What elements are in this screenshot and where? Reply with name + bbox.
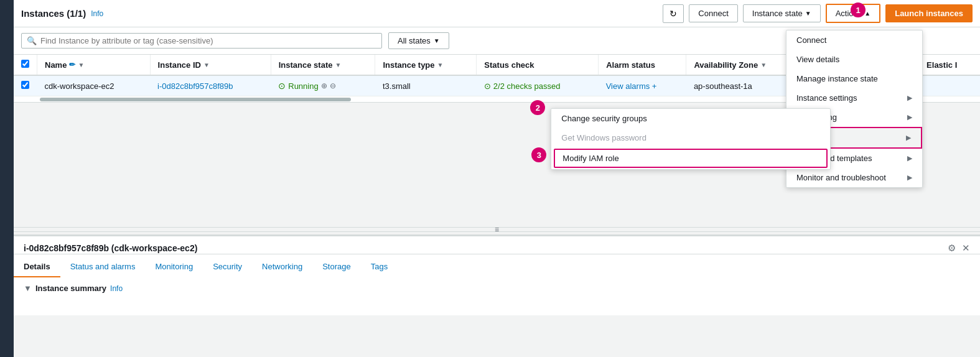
chevron-right-icon: ▶ bbox=[907, 154, 912, 162]
settings-icon[interactable]: ⚙ bbox=[948, 243, 956, 254]
panel-controls: ⚙ ✕ bbox=[948, 243, 970, 254]
tab-security[interactable]: Security bbox=[203, 257, 252, 277]
bottom-panel: i-0d82c8bf957c8f89b (cdk-workspace-ec2) … bbox=[14, 234, 980, 315]
connect-button[interactable]: Connect bbox=[689, 4, 737, 22]
bottom-panel-header: i-0d82c8bf957c8f89b (cdk-workspace-ec2) … bbox=[14, 236, 980, 254]
col-state-header: Instance state bbox=[279, 60, 333, 70]
tab-monitoring[interactable]: Monitoring bbox=[145, 257, 203, 277]
running-icon: ⊙ bbox=[278, 81, 286, 91]
filter-button[interactable]: All states ▼ bbox=[388, 32, 449, 49]
instance-id-link[interactable]: i-0d82c8bf957c8f89b bbox=[157, 81, 233, 91]
search-icon: 🔍 bbox=[27, 36, 37, 45]
page-title: Instances (1/1) bbox=[21, 8, 86, 19]
instance-summary-header: ▼ Instance summary Info bbox=[14, 277, 980, 299]
tab-details[interactable]: Details bbox=[14, 257, 60, 277]
col-instanceid-header: Instance ID bbox=[158, 60, 201, 70]
menu-item-connect[interactable]: Connect bbox=[786, 30, 922, 50]
col-statuscheck-header: Status check bbox=[484, 60, 534, 70]
cell-elastic bbox=[919, 75, 980, 96]
sort-icon[interactable]: ▼ bbox=[437, 62, 444, 68]
menu-item-manage-instance-state[interactable]: Manage instance state bbox=[786, 69, 922, 88]
chevron-down-icon: ▼ bbox=[805, 10, 811, 17]
cell-alarm: View alarms + bbox=[599, 75, 686, 96]
tab-status-alarms[interactable]: Status and alarms bbox=[60, 257, 146, 277]
badge-1: 1 bbox=[851, 2, 866, 17]
col-az-header: Availability Zone bbox=[694, 60, 758, 70]
col-name-header: Name bbox=[45, 60, 67, 70]
panel-tabs: Details Status and alarms Monitoring Sec… bbox=[14, 257, 980, 277]
tab-tags[interactable]: Tags bbox=[361, 257, 398, 277]
chevron-right-icon: ▶ bbox=[907, 113, 912, 121]
refresh-icon: ↻ bbox=[670, 9, 677, 19]
cell-status-check: ⊙ 2/2 checks passed bbox=[477, 75, 599, 96]
select-all-checkbox[interactable] bbox=[21, 60, 29, 68]
col-type-header: Instance type bbox=[383, 60, 434, 70]
sort-icon[interactable]: ▼ bbox=[203, 62, 210, 68]
instance-state-button[interactable]: Instance state ▼ bbox=[743, 4, 821, 22]
sort-icon[interactable]: ▼ bbox=[78, 62, 84, 68]
sort-icon[interactable]: ▼ bbox=[760, 62, 767, 68]
cell-type: t3.small bbox=[375, 75, 477, 96]
search-input[interactable] bbox=[40, 36, 376, 45]
chevron-right-icon: ▶ bbox=[906, 134, 911, 142]
chevron-right-icon: ▶ bbox=[907, 174, 912, 182]
chevron-right-icon: ▶ bbox=[907, 94, 912, 102]
section-info-link[interactable]: Info bbox=[110, 284, 123, 293]
info-link[interactable]: Info bbox=[91, 9, 103, 18]
section-title: Instance summary bbox=[35, 284, 106, 293]
cell-name: cdk-workspace-ec2 bbox=[37, 75, 151, 96]
search-input-wrap[interactable]: 🔍 bbox=[21, 33, 382, 49]
cell-state: ⊙ Running ⊕ ⊖ bbox=[271, 75, 375, 96]
zoom-in-icon[interactable]: ⊕ bbox=[321, 81, 327, 90]
tab-networking[interactable]: Networking bbox=[252, 257, 312, 277]
drag-icon: ≡ bbox=[495, 225, 499, 234]
menu-item-monitor-troubleshoot[interactable]: Monitor and troubleshoot ▶ bbox=[786, 168, 922, 187]
cell-instance-id: i-0d82c8bf957c8f89b bbox=[150, 75, 271, 96]
submenu-modify-iam-role[interactable]: 3 Modify IAM role bbox=[554, 149, 828, 168]
panel-title: i-0d82c8bf957c8f89b (cdk-workspace-ec2) bbox=[24, 243, 197, 253]
menu-item-view-details[interactable]: View details bbox=[786, 50, 922, 69]
collapse-icon[interactable]: ▼ bbox=[24, 284, 32, 293]
launch-instances-button[interactable]: Launch instances bbox=[885, 4, 973, 22]
sort-icon[interactable]: ▼ bbox=[335, 62, 341, 68]
edit-icon[interactable]: ✏ bbox=[69, 60, 75, 69]
close-icon[interactable]: ✕ bbox=[962, 243, 970, 254]
chevron-down-icon: ▼ bbox=[434, 37, 440, 44]
security-submenu: 2 Change security groups Get Windows pas… bbox=[551, 108, 831, 170]
row-checkbox[interactable] bbox=[21, 81, 29, 89]
col-elastic-header: Elastic I bbox=[926, 60, 957, 70]
zoom-out-icon[interactable]: ⊖ bbox=[330, 81, 336, 90]
horizontal-scrollbar[interactable] bbox=[40, 98, 351, 101]
resize-handle[interactable]: ≡ bbox=[14, 227, 980, 232]
submenu-get-windows-password: Get Windows password bbox=[551, 128, 830, 147]
menu-item-instance-settings[interactable]: Instance settings ▶ bbox=[786, 88, 922, 108]
view-alarms-link[interactable]: View alarms + bbox=[606, 81, 657, 91]
submenu-change-security[interactable]: Change security groups bbox=[551, 109, 830, 128]
tab-storage[interactable]: Storage bbox=[312, 257, 361, 277]
col-alarm-header: Alarm status bbox=[606, 60, 655, 70]
check-icon: ⊙ bbox=[484, 81, 491, 91]
refresh-button[interactable]: ↻ bbox=[663, 4, 684, 23]
